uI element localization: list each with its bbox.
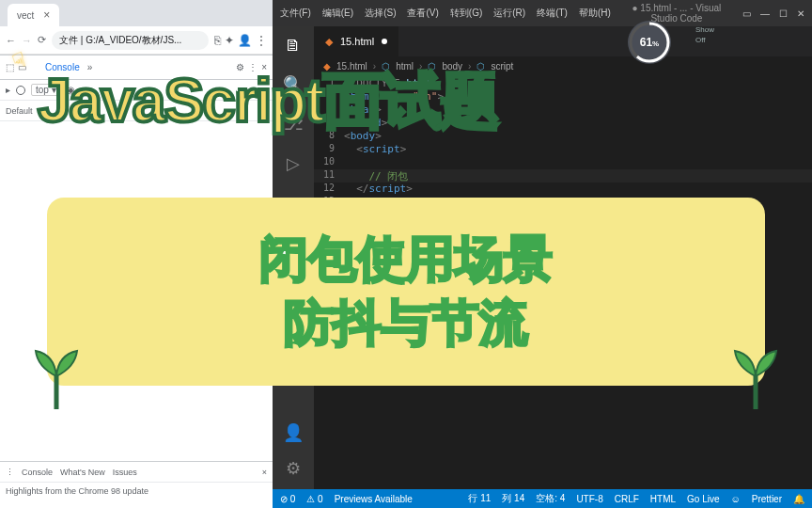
unsaved-dot-icon (382, 39, 387, 44)
errors-count[interactable]: ⊘ 0 (280, 494, 295, 504)
code-line[interactable]: 2<html lang="en"> (314, 90, 812, 103)
reload-icon[interactable]: ⟳ (38, 34, 46, 46)
code-text[interactable]: </body> (344, 196, 387, 209)
menu-item[interactable]: 运行(R) (493, 7, 525, 20)
drawer-menu-icon[interactable]: ⋮ (6, 468, 14, 477)
inspect-icon[interactable]: ⬚ (6, 62, 14, 72)
extension-icon[interactable]: ✦ (225, 34, 234, 47)
go-live[interactable]: Go Live (687, 494, 719, 504)
tab-console[interactable]: Console (41, 62, 84, 72)
forward-icon[interactable]: → (22, 35, 32, 46)
chevron-down-icon: ▾ (39, 106, 43, 116)
devtools-close-icon[interactable]: × (261, 62, 267, 72)
code-text[interactable]: <html lang="en"> (344, 90, 444, 103)
url-bar[interactable]: 文件 | G:/A_VIDEO/教材/JS... (52, 31, 209, 50)
line-number: 14 (314, 209, 344, 222)
account-icon[interactable]: 👤 (282, 421, 304, 444)
url-text: G:/A_VIDEO/教材/JS... (86, 35, 181, 45)
indent-spaces[interactable]: 空格: 4 (536, 492, 565, 505)
menu-item[interactable]: 帮助(H) (579, 7, 611, 20)
code-line[interactable]: 14</html> (314, 209, 812, 222)
menu-icon[interactable]: ⋮ (256, 34, 267, 47)
sidebar-toggle-icon[interactable]: ▸ (6, 85, 10, 95)
vscode-menu: 文件(F)编辑(E)选择(S)查看(V)转到(G)运行(R)终端(T)帮助(H) (280, 7, 611, 20)
menu-item[interactable]: 编辑(E) (322, 7, 353, 20)
eol[interactable]: CRLF (615, 494, 639, 504)
code-line[interactable]: 12 </script> (314, 183, 812, 196)
git-icon[interactable]: ⎇ (282, 113, 304, 135)
menu-item[interactable]: 转到(G) (450, 7, 482, 20)
breadcrumb-item[interactable]: body (442, 61, 462, 71)
menu-item[interactable]: 终端(T) (537, 7, 568, 20)
tab-filename: 15.html (340, 36, 374, 47)
code-text[interactable]: <head> (344, 103, 382, 117)
context-dropdown[interactable]: top ▾ (31, 84, 61, 96)
devtools-panel: ⬚ ▭ Console » ⚙ ⋮ × ▸ top ▾ ◉ Default ▾ … (0, 55, 273, 508)
back-icon[interactable]: ← (6, 35, 16, 46)
code-text[interactable]: </head> (344, 117, 387, 130)
prettier[interactable]: Prettier (752, 494, 782, 504)
html-file-icon: ◆ (323, 61, 331, 71)
browser-tab[interactable]: vect × (8, 4, 59, 26)
drawer-tab-whatsnew[interactable]: What's New (60, 468, 105, 477)
browser-actions: ⎘ ✦ 👤 ⋮ (214, 34, 267, 47)
close-icon[interactable]: × (43, 8, 50, 22)
debug-icon[interactable]: ▷ (282, 152, 304, 175)
search-icon[interactable]: 🔍 (282, 73, 304, 96)
minimize-icon[interactable]: — (760, 8, 770, 19)
editor-tab[interactable]: ◆ 15.html (314, 26, 399, 56)
filter-default[interactable]: Default (6, 106, 33, 116)
code-text[interactable]: <!DOCTYPE html> (344, 77, 437, 90)
profile-icon[interactable]: 👤 (238, 34, 252, 47)
device-icon[interactable]: ▭ (18, 62, 26, 72)
code-line[interactable]: 8<body> (314, 130, 812, 143)
code-line[interactable]: 13</body> (314, 196, 812, 209)
close-icon[interactable]: ✕ (797, 8, 804, 19)
code-line[interactable]: 3<head> (314, 103, 812, 117)
breadcrumb[interactable]: ◆ 15.html › ⬡ html › ⬡ body › ⬡ script (314, 56, 812, 75)
cursor-col[interactable]: 列 14 (502, 492, 524, 505)
drawer-close-icon[interactable]: × (262, 468, 267, 477)
code-text[interactable]: </script> (344, 183, 413, 196)
breadcrumb-item[interactable]: html (396, 61, 414, 71)
layout-icon[interactable]: ▭ (742, 8, 751, 19)
cursor-line[interactable]: 行 11 (468, 492, 491, 505)
vscode-titlebar: 文件(F)编辑(E)选择(S)查看(V)转到(G)运行(R)终端(T)帮助(H)… (273, 0, 812, 26)
menu-item[interactable]: 选择(S) (365, 7, 396, 20)
explorer-icon[interactable]: 🗎 (282, 34, 304, 56)
menu-item[interactable]: 文件(F) (280, 7, 311, 20)
gear-icon[interactable]: ⚙ (236, 62, 244, 72)
breadcrumb-item[interactable]: 15.html (336, 61, 367, 71)
code-line[interactable]: 9 <script> (314, 143, 812, 156)
drawer-tab-console[interactable]: Console (22, 468, 53, 477)
encoding[interactable]: UTF-8 (576, 494, 602, 504)
drawer-tab-issues[interactable]: Issues (113, 468, 137, 477)
line-number: 13 (314, 196, 344, 209)
bell-icon[interactable]: 🔔 (793, 494, 804, 504)
code-text[interactable]: </html> (344, 209, 387, 222)
code-line[interactable]: 10 (314, 156, 812, 169)
browser-toolbar: ← → ⟳ 文件 | G:/A_VIDEO/教材/JS... ⎘ ✦ 👤 ⋮ (0, 26, 273, 55)
code-text[interactable]: <script> (344, 143, 406, 156)
eye-icon[interactable]: ◉ (67, 85, 75, 95)
breadcrumb-item[interactable]: script (491, 61, 513, 71)
code-text[interactable]: <body> (344, 130, 382, 143)
code-line[interactable]: 11 // 闭包 (314, 169, 812, 183)
share-icon[interactable]: ⎘ (214, 34, 221, 47)
code-text[interactable]: // 闭包 (344, 169, 408, 183)
maximize-icon[interactable]: ☐ (779, 8, 788, 19)
menu-item[interactable]: 查看(V) (407, 7, 438, 20)
console-output[interactable] (0, 121, 273, 461)
previews-available[interactable]: Previews Available (335, 494, 413, 504)
warnings-count[interactable]: ⚠ 0 (306, 494, 322, 504)
clear-icon[interactable] (16, 86, 25, 95)
extensions-icon[interactable]: ⊞ (282, 192, 304, 214)
more-tabs-icon[interactable]: » (87, 62, 93, 72)
code-editor[interactable]: 1<!DOCTYPE html>2<html lang="en">3<head>… (314, 75, 812, 489)
devtools-menu-icon[interactable]: ⋮ (248, 62, 258, 72)
feedback-icon[interactable]: ☺ (731, 494, 741, 504)
code-line[interactable]: 1<!DOCTYPE html> (314, 77, 812, 90)
code-line[interactable]: 7</head> (314, 117, 812, 130)
settings-icon[interactable]: ⚙ (282, 457, 304, 480)
language-mode[interactable]: HTML (650, 494, 676, 504)
